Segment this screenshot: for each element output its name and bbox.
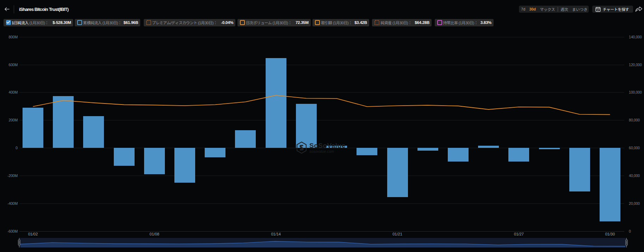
handle-knob[interactable] [18,239,20,246]
chart-navigator[interactable] [19,238,626,247]
handle-knob[interactable] [625,239,628,246]
btc-price-line [0,0,644,252]
chart-area: 800M140,000600M120,000400M100,000200M80,… [0,0,644,252]
navigator-handle-left[interactable] [18,238,21,247]
navigator-handle-right[interactable] [625,238,628,247]
navigator-minichart [19,238,626,247]
